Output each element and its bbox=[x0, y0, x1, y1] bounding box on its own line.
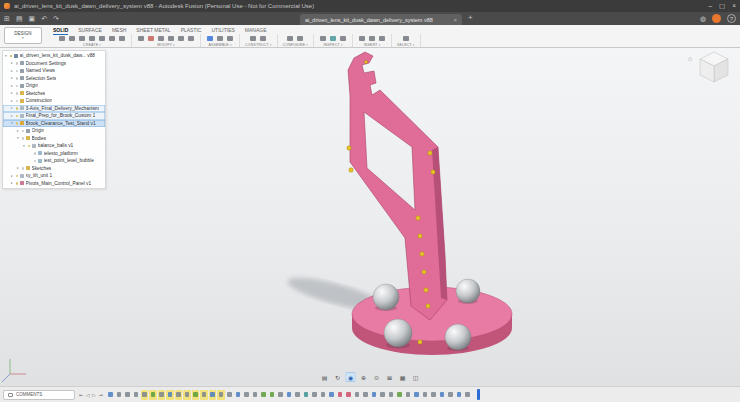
expand-chevron-icon[interactable]: ▸ bbox=[10, 91, 14, 95]
feature-icon[interactable] bbox=[464, 390, 472, 400]
group-dropdown[interactable]: SELECT ▾ bbox=[397, 43, 415, 47]
visibility-icon[interactable] bbox=[34, 152, 37, 155]
tool-icon[interactable] bbox=[187, 34, 195, 42]
feature-icon[interactable] bbox=[200, 390, 208, 400]
close-button[interactable]: × bbox=[732, 2, 736, 10]
feature-icon[interactable] bbox=[158, 390, 166, 400]
orbit-icon[interactable]: ↻ bbox=[333, 372, 343, 382]
tool-icon[interactable] bbox=[137, 34, 145, 42]
browser-row[interactable]: ▾ ai_driven_lens_kit_dusk_daw... v88 bbox=[3, 52, 105, 60]
tab-close-icon[interactable]: × bbox=[453, 17, 457, 23]
visibility-icon[interactable] bbox=[16, 92, 19, 95]
feature-icon[interactable] bbox=[268, 390, 276, 400]
browser-row[interactable]: ▸ Pivots_Main_Control_Panel v1 bbox=[3, 180, 105, 188]
tool-icon[interactable] bbox=[339, 34, 347, 42]
tool-icon[interactable] bbox=[319, 34, 327, 42]
tool-icon[interactable] bbox=[259, 34, 267, 42]
document-tab[interactable]: ai_driven_lens_kit_dusk_dawn_delivery_sy… bbox=[300, 14, 462, 25]
tool-icon[interactable] bbox=[58, 34, 66, 42]
fit-icon[interactable]: ⊠ bbox=[385, 372, 395, 382]
tool-icon[interactable] bbox=[216, 34, 224, 42]
group-dropdown[interactable]: CREATE ▾ bbox=[83, 43, 101, 47]
tab-sheet-metal[interactable]: SHEET METAL bbox=[136, 27, 170, 34]
visibility-icon[interactable] bbox=[22, 130, 25, 133]
look-at-icon[interactable]: ◉ bbox=[346, 372, 356, 382]
feature-icon[interactable] bbox=[328, 390, 336, 400]
tool-icon[interactable] bbox=[368, 34, 376, 42]
tool-icon[interactable] bbox=[206, 34, 214, 42]
tool-icon[interactable] bbox=[78, 34, 86, 42]
expand-chevron-icon[interactable]: ▸ bbox=[10, 114, 14, 118]
feature-icon[interactable] bbox=[438, 390, 446, 400]
tool-icon[interactable] bbox=[286, 34, 294, 42]
tool-icon[interactable] bbox=[157, 34, 165, 42]
tool-icon[interactable] bbox=[118, 34, 126, 42]
new-tab-button[interactable]: + bbox=[468, 13, 473, 22]
step-back-icon[interactable]: ◁ bbox=[86, 392, 90, 398]
feature-icon[interactable] bbox=[277, 390, 285, 400]
feature-icon[interactable] bbox=[149, 390, 157, 400]
avatar[interactable] bbox=[712, 14, 721, 23]
feature-icon[interactable] bbox=[294, 390, 302, 400]
group-dropdown[interactable]: INSPECT ▾ bbox=[323, 43, 342, 47]
tool-icon[interactable] bbox=[147, 34, 155, 42]
display-settings-icon[interactable]: ▦ bbox=[398, 372, 408, 382]
comments-button[interactable]: COMMENTS bbox=[3, 390, 75, 400]
feature-icon[interactable] bbox=[302, 390, 310, 400]
feature-icon[interactable] bbox=[345, 390, 353, 400]
browser-row[interactable]: telesto_platform bbox=[3, 150, 105, 158]
expand-chevron-icon[interactable]: ▸ bbox=[10, 76, 14, 80]
browser-row[interactable]: ▸ Final_Prep_for_Brook_Custom 1 bbox=[3, 112, 105, 120]
model-scene[interactable]: ⌂ bbox=[0, 48, 740, 386]
feature-icon[interactable] bbox=[362, 390, 370, 400]
tool-icon[interactable] bbox=[108, 34, 116, 42]
browser-row[interactable]: ▸ Sketches bbox=[3, 165, 105, 173]
app-grid-icon[interactable]: ⊞ bbox=[4, 15, 10, 23]
expand-chevron-icon[interactable]: ▾ bbox=[22, 144, 26, 148]
feature-icon[interactable] bbox=[421, 390, 429, 400]
feature-icon[interactable] bbox=[124, 390, 132, 400]
browser-row[interactable]: ▾ balance_balls v1 bbox=[3, 142, 105, 150]
expand-chevron-icon[interactable]: ▸ bbox=[16, 166, 20, 170]
expand-chevron-icon[interactable]: ▸ bbox=[10, 174, 14, 178]
group-dropdown[interactable]: ASSEMBLE ▾ bbox=[208, 43, 231, 47]
feature-icon[interactable] bbox=[447, 390, 455, 400]
feature-icon[interactable] bbox=[192, 390, 200, 400]
minimize-button[interactable]: – bbox=[708, 2, 712, 10]
visibility-icon[interactable] bbox=[16, 77, 19, 80]
visibility-icon[interactable] bbox=[16, 115, 19, 118]
maximize-button[interactable]: ▢ bbox=[719, 2, 725, 10]
viewports-icon[interactable]: ◫ bbox=[411, 372, 421, 382]
tab-surface[interactable]: SURFACE bbox=[78, 27, 102, 34]
zoom-icon[interactable]: ⊙ bbox=[372, 372, 382, 382]
save-icon[interactable]: ▣ bbox=[29, 15, 36, 23]
file-menu-icon[interactable]: ▤ bbox=[16, 15, 23, 23]
feature-icon[interactable] bbox=[234, 390, 242, 400]
visibility-icon[interactable] bbox=[10, 55, 13, 58]
tool-icon[interactable] bbox=[249, 34, 257, 42]
visibility-icon[interactable] bbox=[16, 85, 19, 88]
viewcube[interactable]: ⌂ bbox=[688, 52, 728, 82]
expand-chevron-icon[interactable]: ▸ bbox=[10, 84, 14, 88]
skip-start-icon[interactable]: ⇤ bbox=[79, 392, 83, 398]
visibility-icon[interactable] bbox=[16, 70, 19, 73]
group-dropdown[interactable]: INSERT ▾ bbox=[364, 43, 381, 47]
visibility-icon[interactable] bbox=[22, 167, 25, 170]
tab-plastic[interactable]: PLASTIC bbox=[181, 27, 202, 34]
feature-icon[interactable] bbox=[311, 390, 319, 400]
timeline-position-marker[interactable] bbox=[477, 389, 480, 400]
tab-manage[interactable]: MANAGE bbox=[245, 27, 267, 34]
expand-chevron-icon[interactable]: ▾ bbox=[10, 121, 14, 125]
feature-icon[interactable] bbox=[107, 390, 115, 400]
feature-icon[interactable] bbox=[370, 390, 378, 400]
feature-icon[interactable] bbox=[243, 390, 251, 400]
expand-chevron-icon[interactable]: ▾ bbox=[16, 136, 20, 140]
skip-end-icon[interactable]: ⇥ bbox=[98, 392, 102, 398]
feature-icon[interactable] bbox=[251, 390, 259, 400]
feature-icon[interactable] bbox=[319, 390, 327, 400]
help-button[interactable]: ? bbox=[727, 14, 736, 23]
tool-icon[interactable] bbox=[167, 34, 175, 42]
browser-row[interactable]: ▸ Selection Sets bbox=[3, 75, 105, 83]
tool-icon[interactable] bbox=[177, 34, 185, 42]
tool-icon[interactable] bbox=[68, 34, 76, 42]
